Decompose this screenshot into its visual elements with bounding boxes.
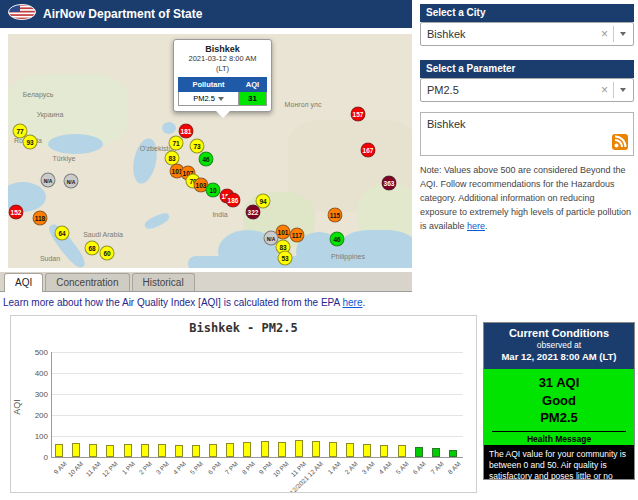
aqi-marker[interactable]: 186 <box>226 193 241 208</box>
aqi-marker[interactable]: 94 <box>256 194 271 209</box>
app-header: AirNow Department of State <box>0 0 412 28</box>
chevron-down-icon <box>218 97 224 101</box>
aqi-bar[interactable] <box>141 444 149 457</box>
aqi-marker[interactable]: 115 <box>328 208 343 223</box>
aqi-bar[interactable] <box>432 448 440 457</box>
aqi-bar[interactable] <box>175 445 183 457</box>
y-axis-tick: 200 <box>35 411 48 420</box>
aqi-value: 31 AQI <box>484 374 634 392</box>
y-axis-tick: 0 <box>44 453 48 462</box>
aqi-bar[interactable] <box>124 444 132 457</box>
chevron-down-icon <box>620 32 626 36</box>
popup-aqi-header: AQI <box>239 77 267 91</box>
observed-datetime: Mar 12, 2021 8:00 AM (LT) <box>484 351 634 362</box>
tab-concentration[interactable]: Concentration <box>45 273 129 291</box>
aqi-marker[interactable]: 117 <box>290 228 305 243</box>
aqi-marker[interactable]: 53 <box>278 251 293 266</box>
chevron-down-icon <box>620 88 626 92</box>
gridline <box>52 394 463 395</box>
aqi-marker[interactable]: N/A <box>64 174 79 189</box>
aqi-map[interactable]: БеларусьУкраинаRomaniaTürkiyeO'zbekiston… <box>8 34 412 268</box>
aqi-bar[interactable] <box>415 447 423 457</box>
popup-aqi-table: Pollutant AQI PM2.5 31 <box>178 77 267 106</box>
parameter-select-value: PM2.5 <box>421 84 601 96</box>
learn-more-link[interactable]: here <box>342 297 362 308</box>
aqi-category: Good <box>484 392 634 410</box>
popup-pollutant-select[interactable]: PM2.5 <box>179 91 239 105</box>
aqi-bar[interactable] <box>192 445 200 457</box>
popup-timezone: (LT) <box>178 64 267 74</box>
tab-historical[interactable]: Historical <box>132 273 195 291</box>
us-flag-logo <box>8 4 36 24</box>
aqi-bar[interactable] <box>398 445 406 457</box>
clear-icon[interactable]: × <box>601 27 608 41</box>
aqi-bar[interactable] <box>55 444 63 457</box>
current-conditions-header: Current Conditions observed at Mar 12, 2… <box>484 323 634 369</box>
aqi-marker[interactable]: 46 <box>199 152 214 167</box>
chart-plot: 01002003004005009 AM10 AM11 AM12 PM1 PM2… <box>51 352 463 458</box>
y-axis-tick: 100 <box>35 432 48 441</box>
health-message-label: Health Message <box>484 434 634 444</box>
aqi-marker[interactable]: N/A <box>41 173 56 188</box>
aqi-chart: Bishkek - PM2.5 AQI 01002003004005009 AM… <box>10 315 477 493</box>
feed-city: Bishkek <box>427 118 466 130</box>
learn-more-text: Learn more about how the Air Quality Ind… <box>3 297 365 308</box>
aqi-bar[interactable] <box>295 440 303 457</box>
aqi-marker[interactable]: 152 <box>9 205 24 220</box>
aqi-bar[interactable] <box>346 443 354 457</box>
tab-aqi[interactable]: AQI <box>4 273 43 292</box>
aqi-bar[interactable] <box>226 443 234 457</box>
health-message-text: The AQI value for your community is betw… <box>484 445 634 479</box>
aqi-marker[interactable]: 118 <box>33 211 48 226</box>
aqi-bar[interactable] <box>449 450 457 457</box>
learn-more-suffix: . <box>362 297 365 308</box>
note-suffix: . <box>485 221 488 231</box>
aqi-marker[interactable]: 64 <box>55 226 70 241</box>
aqi-marker[interactable]: 157 <box>351 107 366 122</box>
popup-city: Bishkek <box>178 44 267 54</box>
aqi-marker[interactable]: 46 <box>330 232 345 247</box>
popup-pollutant-value: PM2.5 <box>193 94 215 103</box>
map-popup: Bishkek 2021-03-12 8:00 AM (LT) Pollutan… <box>173 39 272 112</box>
aqi-bar[interactable] <box>312 441 320 457</box>
observed-at-label: observed at <box>484 340 634 350</box>
y-axis-tick: 500 <box>35 348 48 357</box>
tab-bar: AQI Concentration Historical <box>0 272 412 292</box>
aqi-bar[interactable] <box>106 445 114 457</box>
aqi-bar[interactable] <box>380 445 388 457</box>
gridline <box>52 436 463 437</box>
popup-pollutant-header: Pollutant <box>179 77 239 91</box>
aqi-marker[interactable]: 60 <box>100 246 115 261</box>
aqi-bar[interactable] <box>209 444 217 457</box>
aqi-bar[interactable] <box>243 442 251 457</box>
aqi-marker[interactable]: 68 <box>85 241 100 256</box>
parameter-select[interactable]: PM2.5 × <box>420 78 634 102</box>
note-link[interactable]: here <box>467 221 485 231</box>
aqi-bar[interactable] <box>72 443 80 457</box>
note-prefix: Note: Values above 500 are considered Be… <box>420 165 631 231</box>
aqi-marker[interactable]: 363 <box>382 176 397 191</box>
clear-icon[interactable]: × <box>601 83 608 97</box>
aqi-marker[interactable]: 10 <box>206 183 221 198</box>
popup-datetime: 2021-03-12 8:00 AM <box>178 54 267 64</box>
aqi-marker[interactable]: 93 <box>23 135 38 150</box>
aqi-bar[interactable] <box>363 444 371 457</box>
city-select[interactable]: Bishkek × <box>420 22 634 46</box>
aqi-marker[interactable]: 167 <box>361 143 376 158</box>
select-divider <box>613 82 614 98</box>
aqi-summary: 31 AQI Good PM2.5 Health Message <box>484 369 634 445</box>
aqi-bar[interactable] <box>278 442 286 457</box>
current-conditions-title: Current Conditions <box>484 327 634 339</box>
aqi-bar[interactable] <box>329 442 337 457</box>
learn-more-prefix: Learn more about how the Air Quality Ind… <box>3 297 342 308</box>
current-conditions-panel: Current Conditions observed at Mar 12, 2… <box>483 322 635 480</box>
aqi-bar[interactable] <box>89 444 97 457</box>
page: AirNow Department of State БеларусьУкраи… <box>0 0 638 500</box>
aqi-pollutant: PM2.5 <box>484 409 634 427</box>
aqi-bar[interactable] <box>158 444 166 457</box>
select-parameter-header: Select a Parameter <box>420 60 634 78</box>
aqi-marker[interactable]: 71 <box>169 136 184 151</box>
rss-icon[interactable] <box>612 134 628 150</box>
y-axis-tick: 300 <box>35 390 48 399</box>
aqi-bar[interactable] <box>261 441 269 457</box>
